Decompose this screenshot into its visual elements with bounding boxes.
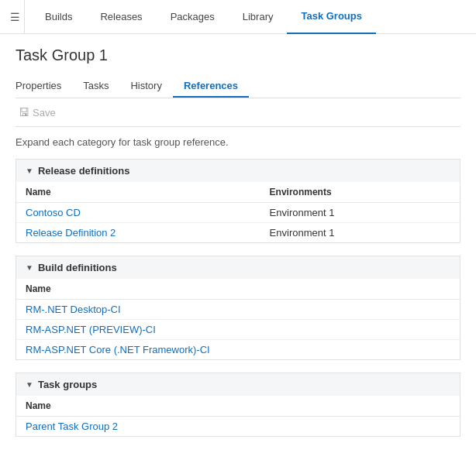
- tab-tasks[interactable]: Tasks: [72, 75, 119, 98]
- main-content: Task Group 1 PropertiesTasksHistoryRefer…: [0, 34, 476, 465]
- table-row: Release Definition 2Environment 1: [16, 223, 460, 243]
- sub-tabs: PropertiesTasksHistoryReferences: [16, 75, 460, 98]
- nav-item-packages[interactable]: Packages: [157, 0, 229, 34]
- section-header-build-definitions[interactable]: ▼Build definitions: [16, 256, 460, 279]
- page-title: Task Group 1: [16, 46, 460, 64]
- chevron-icon: ▼: [26, 167, 33, 175]
- section-build-definitions: ▼Build definitionsNameRM-.NET Desktop-CI…: [16, 256, 460, 360]
- section-table-task-groups: NameParent Task Group 2: [16, 396, 460, 436]
- tab-references[interactable]: References: [173, 75, 249, 98]
- nav-item-library[interactable]: Library: [229, 0, 288, 34]
- sections-container: ▼Release definitionsNameEnvironmentsCont…: [16, 159, 460, 449]
- nav-item-task-groups[interactable]: Task Groups: [287, 0, 376, 34]
- row-name-link[interactable]: RM-ASP.NET Core (.NET Framework)-CI: [26, 344, 210, 355]
- table-row: Contoso CDEnvironment 1: [16, 203, 460, 223]
- tab-properties[interactable]: Properties: [16, 75, 72, 98]
- row-environment: Environment 1: [260, 203, 460, 223]
- description-text: Expand each category for task group refe…: [16, 136, 460, 148]
- save-button[interactable]: 🖫 Save: [16, 105, 59, 120]
- top-nav: ☰ BuildsReleasesPackagesLibraryTask Grou…: [0, 0, 476, 34]
- section-table-build-definitions: NameRM-.NET Desktop-CIRM-ASP.NET (PREVIE…: [16, 279, 460, 359]
- section-task-groups: ▼Task groupsNameParent Task Group 2: [16, 373, 460, 437]
- save-icon: 🖫: [19, 106, 29, 118]
- table-row: RM-ASP.NET Core (.NET Framework)-CI: [16, 340, 460, 360]
- section-header-task-groups[interactable]: ▼Task groups: [16, 373, 460, 396]
- col-header-environments: Environments: [260, 182, 460, 203]
- section-release-definitions: ▼Release definitionsNameEnvironmentsCont…: [16, 159, 460, 243]
- chevron-icon: ▼: [26, 380, 33, 389]
- row-name-link[interactable]: Release Definition 2: [26, 227, 116, 239]
- nav-item-releases[interactable]: Releases: [86, 0, 156, 34]
- section-header-release-definitions[interactable]: ▼Release definitions: [16, 160, 460, 182]
- col-header-name: Name: [16, 396, 460, 417]
- row-name-link[interactable]: RM-.NET Desktop-CI: [26, 304, 121, 315]
- table-row: RM-.NET Desktop-CI: [16, 300, 460, 320]
- table-row: Parent Task Group 2: [16, 417, 460, 437]
- section-table-release-definitions: NameEnvironmentsContoso CDEnvironment 1R…: [16, 182, 460, 242]
- nav-toggle[interactable]: ☰: [6, 0, 25, 34]
- toolbar: 🖫 Save: [16, 98, 460, 127]
- row-environment: Environment 1: [260, 223, 460, 243]
- section-title: Task groups: [38, 379, 97, 390]
- nav-item-builds[interactable]: Builds: [31, 0, 86, 34]
- table-row: RM-ASP.NET (PREVIEW)-CI: [16, 320, 460, 340]
- tab-history[interactable]: History: [119, 75, 172, 98]
- row-name-link[interactable]: Contoso CD: [26, 207, 81, 218]
- row-name-link[interactable]: Parent Task Group 2: [26, 421, 118, 432]
- save-label: Save: [33, 107, 56, 118]
- section-title: Build definitions: [38, 262, 117, 273]
- col-header-name: Name: [16, 182, 260, 203]
- row-name-link[interactable]: RM-ASP.NET (PREVIEW)-CI: [26, 324, 156, 335]
- section-title: Release definitions: [38, 165, 129, 177]
- col-header-name: Name: [16, 279, 460, 300]
- chevron-icon: ▼: [26, 263, 33, 272]
